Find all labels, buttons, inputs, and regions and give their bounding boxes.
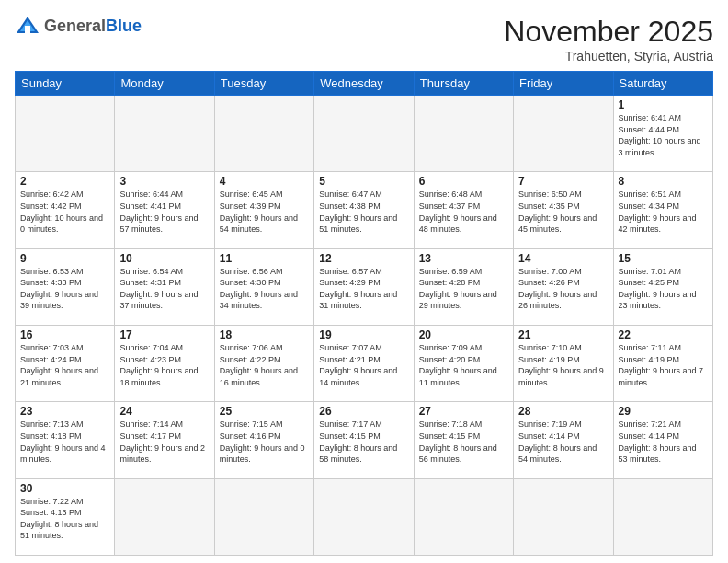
table-row: 4Sunrise: 6:45 AM Sunset: 4:39 PM Daylig… [214, 172, 313, 248]
table-row: 5Sunrise: 6:47 AM Sunset: 4:38 PM Daylig… [314, 172, 414, 248]
table-row: 30Sunrise: 7:22 AM Sunset: 4:13 PM Dayli… [16, 478, 115, 555]
day-number: 11 [220, 252, 309, 265]
calendar-week-3: 16Sunrise: 7:03 AM Sunset: 4:24 PM Dayli… [16, 325, 713, 401]
day-info: Sunrise: 6:56 AM Sunset: 4:30 PM Dayligh… [220, 266, 309, 312]
day-info: Sunrise: 7:18 AM Sunset: 4:15 PM Dayligh… [419, 419, 508, 465]
table-row: 22Sunrise: 7:11 AM Sunset: 4:19 PM Dayli… [613, 325, 712, 401]
table-row: 29Sunrise: 7:21 AM Sunset: 4:14 PM Dayli… [613, 402, 712, 478]
day-number: 2 [20, 175, 109, 188]
day-info: Sunrise: 7:03 AM Sunset: 4:24 PM Dayligh… [20, 342, 109, 388]
location: Trahuetten, Styria, Austria [504, 49, 713, 63]
table-row: 18Sunrise: 7:06 AM Sunset: 4:22 PM Dayli… [214, 325, 313, 401]
day-info: Sunrise: 7:21 AM Sunset: 4:14 PM Dayligh… [619, 419, 708, 465]
table-row: 7Sunrise: 6:50 AM Sunset: 4:35 PM Daylig… [514, 172, 613, 248]
day-number: 24 [119, 405, 209, 418]
day-number: 12 [319, 252, 408, 265]
table-row [414, 478, 513, 555]
table-row: 21Sunrise: 7:10 AM Sunset: 4:19 PM Dayli… [514, 325, 613, 401]
day-info: Sunrise: 6:59 AM Sunset: 4:28 PM Dayligh… [419, 266, 508, 312]
table-row: 11Sunrise: 6:56 AM Sunset: 4:30 PM Dayli… [214, 248, 313, 325]
table-row: 20Sunrise: 7:09 AM Sunset: 4:20 PM Dayli… [414, 325, 513, 401]
day-info: Sunrise: 6:42 AM Sunset: 4:42 PM Dayligh… [20, 189, 109, 235]
calendar: Sunday Monday Tuesday Wednesday Thursday… [15, 71, 713, 556]
table-row: 1Sunrise: 6:41 AM Sunset: 4:44 PM Daylig… [613, 96, 712, 172]
header: GeneralBlue November 2025 Trahuetten, St… [15, 15, 713, 63]
day-info: Sunrise: 7:01 AM Sunset: 4:25 PM Dayligh… [619, 266, 708, 312]
day-info: Sunrise: 7:04 AM Sunset: 4:23 PM Dayligh… [119, 342, 209, 388]
day-number: 6 [419, 175, 508, 188]
day-number: 4 [220, 175, 309, 188]
table-row [314, 478, 414, 555]
table-row: 24Sunrise: 7:14 AM Sunset: 4:17 PM Dayli… [115, 402, 214, 478]
table-row [414, 96, 513, 172]
table-row: 16Sunrise: 7:03 AM Sunset: 4:24 PM Dayli… [16, 325, 115, 401]
header-saturday: Saturday [613, 72, 712, 96]
day-number: 17 [119, 328, 209, 341]
weekday-header-row: Sunday Monday Tuesday Wednesday Thursday… [16, 72, 713, 96]
month-title: November 2025 [504, 15, 713, 49]
table-row [613, 478, 712, 555]
day-info: Sunrise: 7:15 AM Sunset: 4:16 PM Dayligh… [220, 419, 309, 465]
day-number: 25 [220, 405, 309, 418]
day-number: 29 [619, 405, 708, 418]
table-row [214, 478, 313, 555]
calendar-week-4: 23Sunrise: 7:13 AM Sunset: 4:18 PM Dayli… [16, 402, 713, 478]
table-row: 25Sunrise: 7:15 AM Sunset: 4:16 PM Dayli… [214, 402, 313, 478]
day-number: 23 [20, 405, 109, 418]
day-info: Sunrise: 6:54 AM Sunset: 4:31 PM Dayligh… [119, 266, 209, 312]
day-info: Sunrise: 7:11 AM Sunset: 4:19 PM Dayligh… [619, 342, 708, 388]
table-row: 9Sunrise: 6:53 AM Sunset: 4:33 PM Daylig… [16, 248, 115, 325]
day-info: Sunrise: 6:57 AM Sunset: 4:29 PM Dayligh… [319, 266, 408, 312]
table-row: 3Sunrise: 6:44 AM Sunset: 4:41 PM Daylig… [115, 172, 214, 248]
table-row: 26Sunrise: 7:17 AM Sunset: 4:15 PM Dayli… [314, 402, 414, 478]
header-friday: Friday [514, 72, 613, 96]
day-info: Sunrise: 7:10 AM Sunset: 4:19 PM Dayligh… [518, 342, 608, 388]
day-number: 26 [319, 405, 408, 418]
day-info: Sunrise: 7:14 AM Sunset: 4:17 PM Dayligh… [119, 419, 209, 465]
table-row: 14Sunrise: 7:00 AM Sunset: 4:26 PM Dayli… [514, 248, 613, 325]
day-number: 28 [518, 405, 608, 418]
table-row: 28Sunrise: 7:19 AM Sunset: 4:14 PM Dayli… [514, 402, 613, 478]
day-number: 21 [518, 328, 608, 341]
table-row: 12Sunrise: 6:57 AM Sunset: 4:29 PM Dayli… [314, 248, 414, 325]
day-info: Sunrise: 6:51 AM Sunset: 4:34 PM Dayligh… [619, 189, 708, 235]
day-info: Sunrise: 6:45 AM Sunset: 4:39 PM Dayligh… [220, 189, 309, 235]
day-info: Sunrise: 6:48 AM Sunset: 4:37 PM Dayligh… [419, 189, 508, 235]
day-info: Sunrise: 7:19 AM Sunset: 4:14 PM Dayligh… [518, 419, 608, 465]
logo-blue-text: Blue [106, 17, 142, 35]
day-info: Sunrise: 7:13 AM Sunset: 4:18 PM Dayligh… [20, 419, 109, 465]
day-info: Sunrise: 6:47 AM Sunset: 4:38 PM Dayligh… [319, 189, 408, 235]
table-row: 23Sunrise: 7:13 AM Sunset: 4:18 PM Dayli… [16, 402, 115, 478]
day-info: Sunrise: 7:17 AM Sunset: 4:15 PM Dayligh… [319, 419, 408, 465]
table-row [115, 96, 214, 172]
header-sunday: Sunday [16, 72, 115, 96]
page: GeneralBlue November 2025 Trahuetten, St… [0, 0, 728, 563]
table-row: 15Sunrise: 7:01 AM Sunset: 4:25 PM Dayli… [613, 248, 712, 325]
day-number: 3 [119, 175, 209, 188]
table-row [514, 478, 613, 555]
day-number: 15 [619, 252, 708, 265]
day-info: Sunrise: 6:44 AM Sunset: 4:41 PM Dayligh… [119, 189, 209, 235]
day-number: 10 [119, 252, 209, 265]
table-row: 2Sunrise: 6:42 AM Sunset: 4:42 PM Daylig… [16, 172, 115, 248]
day-number: 27 [419, 405, 508, 418]
header-tuesday: Tuesday [214, 72, 313, 96]
table-row: 19Sunrise: 7:07 AM Sunset: 4:21 PM Dayli… [314, 325, 414, 401]
day-info: Sunrise: 7:09 AM Sunset: 4:20 PM Dayligh… [419, 342, 508, 388]
logo-icon [15, 15, 40, 37]
day-info: Sunrise: 7:22 AM Sunset: 4:13 PM Dayligh… [20, 496, 109, 542]
logo-general-text: General [44, 17, 106, 35]
table-row [514, 96, 613, 172]
day-number: 8 [619, 175, 708, 188]
day-number: 7 [518, 175, 608, 188]
day-number: 1 [619, 98, 708, 111]
day-number: 5 [319, 175, 408, 188]
logo-text: GeneralBlue [44, 17, 142, 34]
day-info: Sunrise: 7:07 AM Sunset: 4:21 PM Dayligh… [319, 342, 408, 388]
table-row: 10Sunrise: 6:54 AM Sunset: 4:31 PM Dayli… [115, 248, 214, 325]
day-number: 16 [20, 328, 109, 341]
day-number: 9 [20, 252, 109, 265]
table-row: 8Sunrise: 6:51 AM Sunset: 4:34 PM Daylig… [613, 172, 712, 248]
header-wednesday: Wednesday [314, 72, 414, 96]
table-row [16, 96, 115, 172]
